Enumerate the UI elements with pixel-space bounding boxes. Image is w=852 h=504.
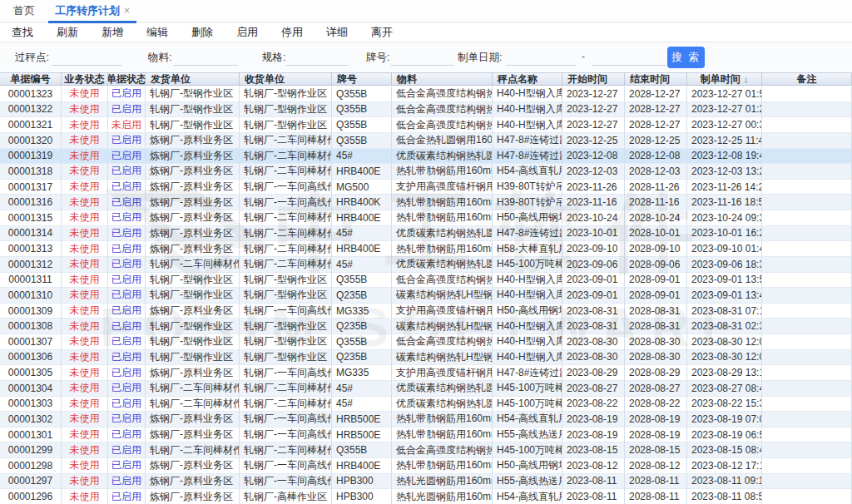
table-row[interactable]: 00001311未使用已启用轧钢厂-型钢作业区轧钢厂-型钢作业区Q355B低合金…	[0, 273, 852, 289]
cell-id: 00001306	[0, 350, 62, 366]
cell-material: 低合金高强度结构钢热轧圆	[392, 442, 493, 458]
table-row[interactable]: 00001303未使用已启用轧钢厂-二车间棒材作业区轧钢厂-二车间棒材作业区45…	[0, 397, 852, 413]
table-row[interactable]: 00001314未使用已启用炼钢厂-原料业务区轧钢厂-二车间棒材作业区45#优质…	[0, 226, 852, 242]
cell-grade: Q355B	[332, 117, 392, 133]
cell-grade: Q235B	[332, 319, 392, 334]
table-row[interactable]: 00001316未使用已启用炼钢厂-原料业务区轧钢厂-一车间高线作业区HRB40…	[0, 195, 852, 210]
cell-grade: Q355B	[332, 273, 392, 289]
cell-doc_status: 已启用	[108, 381, 146, 397]
table-row[interactable]: 00001322未使用已启用轧钢厂-型钢作业区轧钢厂-型钢作业区Q355B低合金…	[0, 102, 852, 118]
cell-from: 轧钢厂-型钢作业区	[146, 288, 240, 304]
column-header-point[interactable]: 秤点名称	[493, 73, 562, 85]
table-row[interactable]: 00001323未使用已启用轧钢厂-型钢作业区轧钢厂-型钢作业区Q355B低合金…	[0, 86, 852, 102]
column-header-to[interactable]: 收货单位	[240, 73, 332, 85]
grade-input[interactable]	[391, 49, 454, 66]
cell-biz_status: 未使用	[62, 226, 108, 242]
toolbar-button-4[interactable]: 删除	[180, 25, 225, 40]
cell-doc_status: 已启用	[108, 102, 146, 118]
weigh-point-input[interactable]	[52, 49, 122, 66]
table-row[interactable]: 00001320未使用已启用炼钢厂-原料业务区轧钢厂-二车间棒材作业区Q355B…	[0, 133, 852, 149]
column-header-grade[interactable]: 牌号	[332, 73, 392, 85]
table-row[interactable]: 00001315未使用已启用炼钢厂-原料业务区轧钢厂-二车间棒材作业区HRB40…	[0, 210, 852, 226]
toolbar-button-6[interactable]: 停用	[270, 25, 315, 40]
cell-from: 炼钢厂-原料业务区	[146, 427, 240, 443]
cell-doc_status: 已启用	[108, 257, 146, 273]
cell-point: H40-H型钢入库秤	[493, 350, 562, 366]
table-row[interactable]: 00001301未使用已启用炼钢厂-原料业务区轧钢厂-一车间高线作业区HRB50…	[0, 427, 852, 443]
table-row[interactable]: 00001310未使用已启用轧钢厂-型钢作业区轧钢厂-型钢作业区Q235B碳素结…	[0, 288, 852, 304]
column-header-note[interactable]: 备注	[762, 73, 852, 85]
cell-point: H50-高线用钢坯计量	[493, 210, 562, 226]
cell-to: 轧钢厂-一车间高线作业区	[240, 304, 332, 319]
table-row[interactable]: 00001299未使用已启用轧钢厂-二车间棒材作业区轧钢厂-二车间棒材作业区Q3…	[0, 442, 852, 458]
table-row[interactable]: 00001321未使用未启用轧钢厂-型钢作业区轧钢厂-型钢作业区Q355B低合金…	[0, 117, 852, 133]
cell-from: 炼钢厂-原料业务区	[146, 458, 240, 474]
toolbar-button-5[interactable]: 启用	[225, 25, 270, 40]
column-header-id[interactable]: 单据编号	[0, 73, 62, 85]
cell-id: 00001307	[0, 334, 62, 350]
cell-note	[762, 273, 852, 289]
column-header-end[interactable]: 结束时间	[625, 73, 687, 85]
tab-home[interactable]: 首页	[3, 0, 45, 22]
table-row[interactable]: 00001307未使用已启用轧钢厂-型钢作业区轧钢厂-型钢作业区Q355B低合金…	[0, 334, 852, 350]
cell-id: 00001310	[0, 288, 62, 304]
cell-to: 轧钢厂-型钢作业区	[240, 350, 332, 366]
table-row[interactable]: 00001318未使用已启用炼钢厂-原料业务区轧钢厂-二车间棒材作业区HRB40…	[0, 164, 852, 180]
toolbar-button-7[interactable]: 详细	[315, 25, 359, 40]
table-row[interactable]: 00001297未使用已启用炼钢厂-原料业务区轧钢厂-一车间高线作业区HPB30…	[0, 474, 852, 490]
column-header-doc_status[interactable]: 单据状态	[108, 73, 146, 85]
table-row[interactable]: 00001302未使用已启用炼钢厂-原料业务区轧钢厂-一车间高线作业区HRB50…	[0, 412, 852, 427]
cell-created: 2023-12-03 13:20	[687, 164, 762, 180]
toolbar-button-3[interactable]: 编辑	[135, 25, 180, 40]
column-header-biz_status[interactable]: 业务状态	[62, 73, 108, 85]
spec-input[interactable]	[285, 49, 349, 66]
table-row[interactable]: 00001319未使用已启用炼钢厂-原料业务区轧钢厂-二车间棒材作业区45#优质…	[0, 149, 852, 165]
table-row[interactable]: 00001309未使用已启用炼钢厂-原料业务区轧钢厂-一车间高线作业区MG335…	[0, 304, 852, 319]
cell-material: 支护用高强度锚杆钢用160	[392, 304, 493, 319]
column-header-label: 单据编号	[11, 73, 51, 85]
cell-grade: HPB300	[332, 474, 392, 490]
tab-close-icon[interactable]: ×	[124, 5, 130, 17]
cell-from: 轧钢厂-型钢作业区	[146, 117, 240, 133]
toolbar-button-2[interactable]: 新增	[90, 25, 135, 40]
table-row[interactable]: 00001305未使用已启用炼钢厂-原料业务区轧钢厂-一车间高线作业区MG335…	[0, 365, 852, 381]
cell-note	[762, 319, 852, 334]
cell-id: 00001298	[0, 458, 62, 474]
material-input[interactable]	[173, 49, 238, 66]
cell-created: 2023-12-27 01:51	[687, 86, 762, 102]
cell-note	[762, 365, 852, 381]
table-row[interactable]: 00001298未使用已启用炼钢厂-原料业务区轧钢厂-一车间高线作业区HRB40…	[0, 458, 852, 474]
tab-bar: 首页 工序转序计划 ×	[0, 0, 852, 22]
table-row[interactable]: 00001312未使用已启用轧钢厂-二车间棒材作业区轧钢厂-二车间棒材作业区45…	[0, 257, 852, 273]
toolbar-button-1[interactable]: 刷新	[45, 25, 90, 40]
cell-end: 2028-08-29	[625, 365, 687, 381]
cell-note	[762, 149, 852, 165]
cell-doc_status: 已启用	[108, 241, 146, 257]
column-header-created[interactable]: 制单时间↓	[687, 73, 762, 85]
cell-end: 2028-11-26	[625, 180, 687, 195]
order-date-to-input[interactable]	[592, 49, 666, 66]
search-button[interactable]: 搜 索	[667, 47, 705, 68]
table-row[interactable]: 00001306未使用已启用轧钢厂-型钢作业区轧钢厂-型钢作业区Q235B碳素结…	[0, 350, 852, 366]
cell-end: 2028-09-01	[625, 288, 687, 304]
cell-id: 00001309	[0, 304, 62, 319]
table-row[interactable]: 00001296未使用已启用炼钢厂-原料业务区轧钢厂-高棒作业区HPB300热轧…	[0, 489, 852, 504]
column-header-material[interactable]: 物料	[392, 73, 493, 85]
table-row[interactable]: 00001304未使用已启用轧钢厂-二车间棒材作业区轧钢厂-二车间棒材作业区45…	[0, 381, 852, 397]
cell-material: 低合金高强度结构钢热轧H型钢	[392, 102, 493, 118]
order-date-from-input[interactable]	[506, 49, 576, 66]
cell-biz_status: 未使用	[62, 365, 108, 381]
cell-material: 碳素结构钢热轧H型钢	[392, 288, 493, 304]
table-row[interactable]: 00001317未使用已启用炼钢厂-原料业务区轧钢厂-一车间高线作业区MG500…	[0, 180, 852, 195]
table-row[interactable]: 00001308未使用已启用轧钢厂-型钢作业区轧钢厂-型钢作业区Q235B碳素结…	[0, 319, 852, 334]
cell-doc_status: 已启用	[108, 474, 146, 490]
table-row[interactable]: 00001313未使用已启用炼钢厂-原料业务区轧钢厂-二车间棒材作业区HRB40…	[0, 241, 852, 257]
weigh-point-label: 过秤点:	[15, 51, 49, 65]
column-header-from[interactable]: 发货单位	[146, 73, 240, 85]
tab-process-transfer-plan[interactable]: 工序转序计划 ×	[45, 0, 140, 22]
cell-from: 炼钢厂-原料业务区	[146, 149, 240, 165]
column-header-start[interactable]: 开始时间	[562, 73, 625, 85]
toolbar-button-8[interactable]: 离开	[359, 25, 404, 40]
toolbar-button-0[interactable]: 查找	[0, 25, 45, 40]
cell-note	[762, 102, 852, 118]
